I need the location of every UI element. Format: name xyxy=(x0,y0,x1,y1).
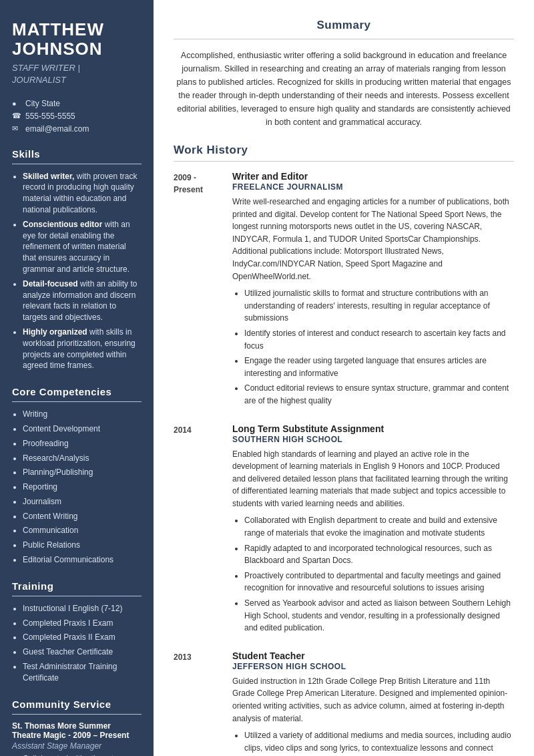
sidebar: MATTHEWJOHNSON STAFF WRITER |JOURNALIST … xyxy=(0,0,154,756)
job-bullet-3-1: Utilized a variety of additional mediums… xyxy=(244,729,514,756)
skill-item-2: Conscientious editor with an eye for det… xyxy=(23,219,142,275)
competencies-title: Core Competencies xyxy=(12,386,142,397)
summary-text: Accomplished, enthusiastic writer offeri… xyxy=(174,49,514,129)
training-item-1: Instructional I English (7-12) xyxy=(23,603,142,614)
job-bullets-2: Collaborated with English department to … xyxy=(232,514,514,634)
job-content-3: Student Teacher JEFFERSON HIGH SCHOOL Gu… xyxy=(232,650,514,756)
competency-proofreading: Proofreading xyxy=(23,438,142,449)
job-desc-1: Write well-researched and engaging artic… xyxy=(232,196,514,282)
competencies-list: Writing Content Development Proofreading… xyxy=(12,409,142,566)
training-divider xyxy=(12,596,142,596)
competency-planning: Planning/Publishing xyxy=(23,467,142,478)
competency-research: Research/Analysis xyxy=(23,453,142,464)
candidate-title: STAFF WRITER |JOURNALIST xyxy=(12,62,142,86)
phone-icon: ☎ xyxy=(12,112,21,120)
skill-item-3: Detail-focused with an ability to analyz… xyxy=(23,278,142,323)
competency-content-dev: Content Development xyxy=(23,423,142,435)
job-title-3: Student Teacher xyxy=(232,650,514,661)
work-history-title: Work History xyxy=(174,144,514,157)
skills-divider xyxy=(12,164,142,164)
job-bullet-1-1: Utilized journalistic skills to format a… xyxy=(244,287,514,325)
community-section: Community Service St. Thomas More Summer… xyxy=(12,699,142,756)
competency-communication: Communication xyxy=(23,525,142,536)
competency-pr: Public Relations xyxy=(23,540,142,551)
training-item-4: Guest Teacher Certificate xyxy=(23,646,142,658)
job-bullets-1: Utilized journalistic skills to format a… xyxy=(232,287,514,407)
job-bullet-2-1: Collaborated with English department to … xyxy=(244,514,514,539)
job-title-1: Writer and Editor xyxy=(232,171,514,182)
email-icon: ✉ xyxy=(12,124,21,133)
job-entry-3: 2013 Student Teacher JEFFERSON HIGH SCHO… xyxy=(174,650,514,756)
training-list: Instructional I English (7-12) Completed… xyxy=(12,603,142,684)
job-bullet-1-4: Conduct editorial reviews to ensure synt… xyxy=(244,382,514,407)
job-entry-2: 2014 Long Term Substitute Assignment SOU… xyxy=(174,423,514,637)
job-date-3: 2013 xyxy=(174,650,222,756)
job-date-2: 2014 xyxy=(174,423,222,637)
job-bullet-1-2: Identify stories of interest and conduct… xyxy=(244,327,514,352)
community-bullet-1: Collaborated with other stage xyxy=(23,753,142,756)
job-bullet-1-3: Engage the reader using targeted languag… xyxy=(244,355,514,379)
job-desc-3: Guided instruction in 12th Grade College… xyxy=(232,675,514,725)
community-org: St. Thomas More Summer Theatre Magic - 2… xyxy=(12,721,142,740)
training-section: Training Instructional I English (7-12) … xyxy=(12,580,142,684)
job-content-2: Long Term Substitute Assignment SOUTHERN… xyxy=(232,423,514,637)
competency-writing: Writing xyxy=(23,409,142,420)
training-item-2: Completed Praxis I Exam xyxy=(23,618,142,629)
skills-title: Skills xyxy=(12,148,142,160)
skills-section: Skills Skilled writer, with proven track… xyxy=(12,148,142,372)
competency-journalism: Journalism xyxy=(23,496,142,508)
job-bullet-2-4: Served as Yearbook advisor and acted as … xyxy=(244,597,514,634)
location-icon: ● xyxy=(12,100,21,108)
job-desc-2: Enabled high standards of learning and p… xyxy=(232,448,514,510)
competencies-section: Core Competencies Writing Content Develo… xyxy=(12,386,142,566)
training-item-5: Test Administrator Training Certificate xyxy=(23,661,142,684)
summary-divider xyxy=(174,39,514,39)
job-title-2: Long Term Substitute Assignment xyxy=(232,423,514,434)
contact-location: ● City State xyxy=(12,99,142,108)
job-company-1: FREELANCE JOURNALISM xyxy=(232,182,514,192)
work-divider xyxy=(174,161,514,162)
job-company-3: JEFFERSON HIGH SCHOOL xyxy=(232,662,514,671)
candidate-name: MATTHEWJOHNSON xyxy=(12,20,142,58)
training-title: Training xyxy=(12,580,142,592)
training-item-3: Completed Praxis II Exam xyxy=(23,632,142,643)
competency-editorial: Editorial Communications xyxy=(23,554,142,566)
job-company-2: SOUTHERN HIGH SCHOOL xyxy=(232,435,514,444)
community-divider xyxy=(12,714,142,715)
skills-list: Skilled writer, with proven track record… xyxy=(12,171,142,372)
job-content-1: Writer and Editor FREELANCE JOURNALISM W… xyxy=(232,171,514,410)
summary-title: Summary xyxy=(174,19,514,32)
main-content: Summary Accomplished, enthusiastic write… xyxy=(154,0,534,756)
community-title: Community Service xyxy=(12,699,142,710)
contact-phone: ☎ 555-555-5555 xyxy=(12,112,142,121)
job-entry-1: 2009 -Present Writer and Editor FREELANC… xyxy=(174,171,514,410)
competencies-divider xyxy=(12,401,142,402)
skill-item-4: Highly organized with skills in workload… xyxy=(23,327,142,371)
job-bullet-2-3: Proactively contributed to departmental … xyxy=(244,570,514,594)
resume-wrapper: MATTHEWJOHNSON STAFF WRITER |JOURNALIST … xyxy=(0,0,534,756)
competency-content-writing: Content Writing xyxy=(23,511,142,522)
skill-item-1: Skilled writer, with proven track record… xyxy=(23,171,142,216)
competency-reporting: Reporting xyxy=(23,482,142,493)
community-role: Assistant Stage Manager xyxy=(12,741,142,751)
job-bullet-2-2: Rapidly adapted to and incorporated tech… xyxy=(244,542,514,567)
contact-email: ✉ email@email.com xyxy=(12,124,142,134)
job-bullets-3: Utilized a variety of additional mediums… xyxy=(232,729,514,756)
community-bullets: Collaborated with other stage xyxy=(12,753,142,756)
job-date-1: 2009 -Present xyxy=(174,171,222,410)
